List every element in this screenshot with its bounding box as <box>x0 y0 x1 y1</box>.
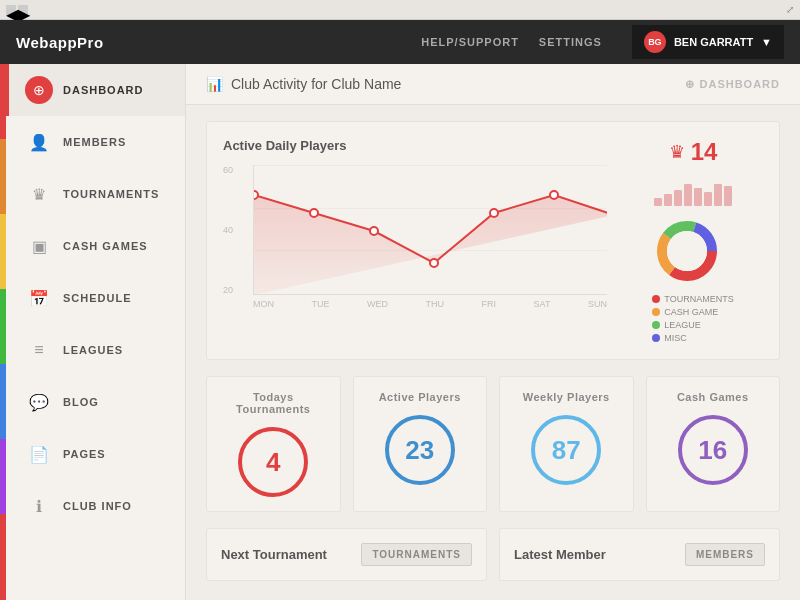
chart-y-labels: 60 40 20 <box>223 165 233 295</box>
crown-icon: ♛ <box>669 141 685 163</box>
sidebar-item-cash-games[interactable]: ▣ CASH GAMES <box>6 220 185 272</box>
stat-card-cash-games: Cash Games 16 <box>646 376 781 512</box>
mini-bar-4 <box>684 184 692 206</box>
legend-tournaments: TOURNAMENTS <box>652 294 733 304</box>
donut-center <box>667 231 707 271</box>
datapoint-0 <box>254 191 258 199</box>
content-header: 📊 Club Activity for Club Name ⊕ DASHBOAR… <box>186 64 800 105</box>
crown-number: 14 <box>691 138 718 166</box>
blog-icon: 💬 <box>25 388 53 416</box>
breadcrumb: ⊕ DASHBOARD <box>685 78 781 91</box>
mini-bar-3 <box>674 190 682 206</box>
legend-label-tournaments: TOURNAMENTS <box>664 294 733 304</box>
legend-cash-game: CASH GAME <box>652 307 733 317</box>
datapoint-5 <box>550 191 558 199</box>
legend-label-league: LEAGUE <box>664 320 701 330</box>
latest-member-card: Latest Member MEMBERS <box>499 528 780 581</box>
dropdown-arrow: ▼ <box>761 36 772 48</box>
stat-label-tournaments: Todays Tournaments <box>221 391 326 415</box>
pages-icon: 📄 <box>25 440 53 468</box>
settings-link[interactable]: SETTINGS <box>539 36 602 48</box>
sidebar-item-leagues[interactable]: ≡ LEAGUES <box>6 324 185 376</box>
legend-dot-league <box>652 321 660 329</box>
sidebar-label-schedule: SCHEDULE <box>63 292 132 304</box>
legend-label-cash-game: CASH GAME <box>664 307 718 317</box>
sidebar-label-members: MEMBERS <box>63 136 126 148</box>
mini-bar-8 <box>724 186 732 206</box>
sidebar-label-blog: BLOG <box>63 396 99 408</box>
line-chart <box>253 165 607 295</box>
chart-side-panel: ♛ 14 <box>623 138 763 343</box>
stat-card-weekly-players: Weekly Players 87 <box>499 376 634 512</box>
mini-bar-1 <box>654 198 662 206</box>
stat-card-active-players: Active Players 23 <box>353 376 488 512</box>
expand-icon[interactable]: ⤢ <box>786 4 794 15</box>
datapoint-3 <box>430 259 438 267</box>
top-nav: WebappPro HELP/SUPPORT SETTINGS BG BEN G… <box>0 20 800 64</box>
chart-area: Active Daily Players 60 40 20 <box>223 138 607 343</box>
user-avatar: BG <box>644 31 666 53</box>
tournaments-button[interactable]: TOURNAMENTS <box>361 543 472 566</box>
donut-chart: TOURNAMENTS CASH GAME LEAGUE <box>652 216 733 343</box>
mini-bar-chart <box>654 176 732 206</box>
members-button[interactable]: MEMBERS <box>685 543 765 566</box>
crown-stat: ♛ 14 <box>669 138 718 166</box>
bottom-row: Next Tournament TOURNAMENTS Latest Membe… <box>206 528 780 581</box>
titlebar-btn-left[interactable]: ◀ <box>6 5 16 15</box>
breadcrumb-text: DASHBOARD <box>700 78 781 90</box>
next-tournament-title: Next Tournament <box>221 547 327 562</box>
sidebar-item-schedule[interactable]: 📅 SCHEDULE <box>6 272 185 324</box>
content-area: 📊 Club Activity for Club Name ⊕ DASHBOAR… <box>186 64 800 600</box>
page-title: Club Activity for Club Name <box>231 76 401 92</box>
legend-dot-misc <box>652 334 660 342</box>
titlebar-btn-right[interactable]: ▶ <box>18 5 28 15</box>
sidebar-label-pages: PAGES <box>63 448 106 460</box>
sidebar-item-pages[interactable]: 📄 PAGES <box>6 428 185 480</box>
main-layout: ⊕ DASHBOARD 👤 MEMBERS ♛ TOURNAMENTS ▣ CA… <box>0 64 800 600</box>
sidebar-item-club-info[interactable]: ℹ CLUB INFO <box>6 480 185 532</box>
sidebar-item-dashboard[interactable]: ⊕ DASHBOARD <box>6 64 185 116</box>
chart-x-labels: MON TUE WED THU FRI SAT SUN <box>253 299 607 309</box>
legend-league: LEAGUE <box>652 320 733 330</box>
legend-label-misc: MISC <box>664 333 687 343</box>
chart-container: 60 40 20 <box>223 165 607 315</box>
stat-circle-active-players: 23 <box>385 415 455 485</box>
datapoint-4 <box>490 209 498 217</box>
donut-legend: TOURNAMENTS CASH GAME LEAGUE <box>652 294 733 343</box>
x-label-fri: FRI <box>482 299 497 309</box>
club-info-icon: ℹ <box>25 492 53 520</box>
sidebar-item-members[interactable]: 👤 MEMBERS <box>6 116 185 168</box>
chart-icon: 📊 <box>206 76 223 92</box>
stat-circle-weekly-players: 87 <box>531 415 601 485</box>
x-label-tue: TUE <box>312 299 330 309</box>
content-title: 📊 Club Activity for Club Name <box>206 76 401 92</box>
sidebar-label-club-info: CLUB INFO <box>63 500 132 512</box>
chart-section: Active Daily Players 60 40 20 <box>206 121 780 360</box>
sidebar-label-dashboard: DASHBOARD <box>63 84 144 96</box>
user-badge[interactable]: BG BEN GARRATT ▼ <box>632 25 784 59</box>
sidebar-item-tournaments[interactable]: ♛ TOURNAMENTS <box>6 168 185 220</box>
user-name: BEN GARRATT <box>674 36 753 48</box>
chart-title: Active Daily Players <box>223 138 607 153</box>
sidebar-item-blog[interactable]: 💬 BLOG <box>6 376 185 428</box>
x-label-sun: SUN <box>588 299 607 309</box>
y-label-60: 60 <box>223 165 233 175</box>
stat-circle-cash-games: 16 <box>678 415 748 485</box>
stat-label-active-players: Active Players <box>368 391 473 403</box>
legend-dot-cash-game <box>652 308 660 316</box>
leagues-icon: ≡ <box>25 336 53 364</box>
stat-card-tournaments: Todays Tournaments 4 <box>206 376 341 512</box>
sidebar-label-leagues: LEAGUES <box>63 344 123 356</box>
next-tournament-card: Next Tournament TOURNAMENTS <box>206 528 487 581</box>
schedule-icon: 📅 <box>25 284 53 312</box>
line-chart-svg <box>254 165 607 295</box>
mini-bar-2 <box>664 194 672 206</box>
mini-bar-7 <box>714 184 722 206</box>
help-link[interactable]: HELP/SUPPORT <box>421 36 519 48</box>
x-label-wed: WED <box>367 299 388 309</box>
datapoint-2 <box>370 227 378 235</box>
y-label-20: 20 <box>223 285 233 295</box>
members-icon: 👤 <box>25 128 53 156</box>
stat-label-weekly-players: Weekly Players <box>514 391 619 403</box>
titlebar: ◀ ▶ ⤢ <box>0 0 800 20</box>
